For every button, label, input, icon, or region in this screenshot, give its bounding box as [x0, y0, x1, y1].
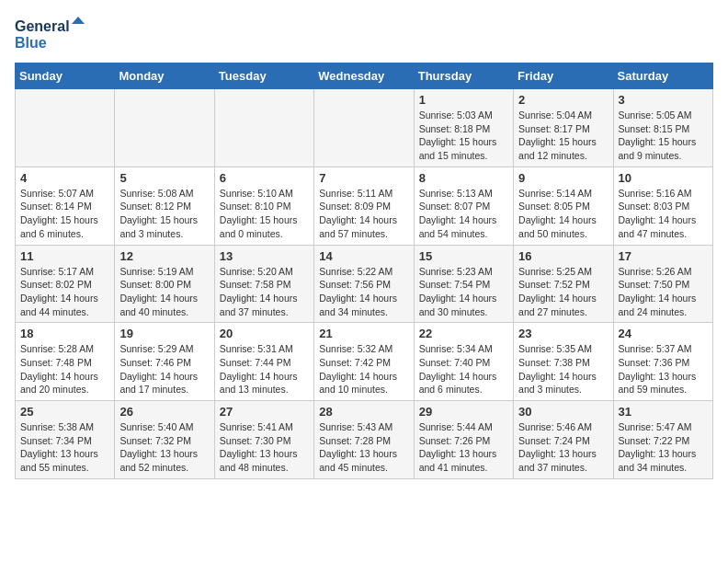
day-number: 12 [119, 249, 209, 263]
day-info: Sunrise: 5:28 AM Sunset: 7:48 PM Dayligh… [20, 342, 109, 396]
day-number: 3 [619, 93, 708, 107]
day-info: Sunrise: 5:34 AM Sunset: 7:40 PM Dayligh… [419, 342, 508, 396]
day-number: 20 [220, 327, 309, 340]
day-number: 10 [619, 171, 708, 185]
day-number: 6 [220, 171, 309, 185]
calendar-header-sunday: Sunday [16, 63, 115, 89]
calendar-header-thursday: Thursday [414, 63, 513, 89]
calendar-cell: 6Sunrise: 5:10 AM Sunset: 8:10 PM Daylig… [214, 167, 313, 245]
day-info: Sunrise: 5:17 AM Sunset: 8:02 PM Dayligh… [20, 265, 109, 319]
day-number: 5 [119, 171, 209, 185]
calendar-cell: 27Sunrise: 5:41 AM Sunset: 7:30 PM Dayli… [214, 401, 313, 479]
calendar-cell: 19Sunrise: 5:29 AM Sunset: 7:46 PM Dayli… [115, 323, 214, 401]
calendar-week-row: 25Sunrise: 5:38 AM Sunset: 7:34 PM Dayli… [16, 401, 713, 479]
calendar-cell: 16Sunrise: 5:25 AM Sunset: 7:52 PM Dayli… [514, 245, 613, 323]
day-number: 21 [319, 327, 408, 340]
day-number: 16 [518, 249, 608, 263]
logo: GeneralBlue [15, 15, 94, 52]
day-number: 27 [220, 405, 309, 419]
day-info: Sunrise: 5:19 AM Sunset: 8:00 PM Dayligh… [119, 265, 209, 319]
day-number: 30 [518, 405, 608, 419]
calendar-header-saturday: Saturday [613, 63, 712, 89]
day-number: 26 [119, 405, 209, 419]
svg-text:General: General [15, 18, 70, 34]
calendar-week-row: 4Sunrise: 5:07 AM Sunset: 8:14 PM Daylig… [16, 167, 713, 245]
day-number: 19 [119, 327, 209, 340]
day-info: Sunrise: 5:32 AM Sunset: 7:42 PM Dayligh… [319, 342, 408, 396]
calendar-table: SundayMondayTuesdayWednesdayThursdayFrid… [15, 63, 713, 479]
day-number: 24 [619, 327, 708, 340]
calendar-cell: 9Sunrise: 5:14 AM Sunset: 8:05 PM Daylig… [514, 167, 613, 245]
calendar-cell: 1Sunrise: 5:03 AM Sunset: 8:18 PM Daylig… [414, 89, 513, 167]
day-info: Sunrise: 5:08 AM Sunset: 8:12 PM Dayligh… [119, 187, 209, 241]
day-info: Sunrise: 5:41 AM Sunset: 7:30 PM Dayligh… [220, 420, 309, 475]
day-number: 22 [419, 327, 508, 340]
day-info: Sunrise: 5:16 AM Sunset: 8:03 PM Dayligh… [619, 187, 708, 241]
day-number: 18 [20, 327, 109, 340]
day-info: Sunrise: 5:14 AM Sunset: 8:05 PM Dayligh… [518, 187, 608, 241]
svg-marker-2 [72, 17, 85, 24]
day-number: 2 [518, 93, 608, 107]
calendar-cell: 2Sunrise: 5:04 AM Sunset: 8:17 PM Daylig… [514, 89, 613, 167]
calendar-cell: 23Sunrise: 5:35 AM Sunset: 7:38 PM Dayli… [514, 323, 613, 401]
day-info: Sunrise: 5:29 AM Sunset: 7:46 PM Dayligh… [119, 342, 209, 396]
day-info: Sunrise: 5:26 AM Sunset: 7:50 PM Dayligh… [619, 265, 708, 319]
calendar-header-friday: Friday [514, 63, 613, 89]
calendar-header-wednesday: Wednesday [314, 63, 414, 89]
day-info: Sunrise: 5:07 AM Sunset: 8:14 PM Dayligh… [20, 187, 109, 241]
day-number: 29 [419, 405, 508, 419]
calendar-cell: 17Sunrise: 5:26 AM Sunset: 7:50 PM Dayli… [613, 245, 712, 323]
day-number: 11 [20, 249, 109, 263]
page-header: GeneralBlue [15, 15, 713, 52]
calendar-cell: 5Sunrise: 5:08 AM Sunset: 8:12 PM Daylig… [115, 167, 214, 245]
calendar-header-monday: Monday [115, 63, 214, 89]
calendar-cell: 22Sunrise: 5:34 AM Sunset: 7:40 PM Dayli… [414, 323, 513, 401]
day-number: 25 [20, 405, 109, 419]
day-info: Sunrise: 5:04 AM Sunset: 8:17 PM Dayligh… [518, 109, 608, 163]
day-info: Sunrise: 5:22 AM Sunset: 7:56 PM Dayligh… [319, 265, 408, 319]
day-info: Sunrise: 5:47 AM Sunset: 7:22 PM Dayligh… [619, 420, 708, 475]
calendar-cell: 25Sunrise: 5:38 AM Sunset: 7:34 PM Dayli… [16, 401, 115, 479]
day-number: 15 [419, 249, 508, 263]
logo-icon: GeneralBlue [15, 15, 88, 52]
day-number: 31 [619, 405, 708, 419]
calendar-cell [16, 89, 115, 167]
calendar-cell: 20Sunrise: 5:31 AM Sunset: 7:44 PM Dayli… [214, 323, 313, 401]
day-info: Sunrise: 5:43 AM Sunset: 7:28 PM Dayligh… [319, 420, 408, 475]
day-info: Sunrise: 5:20 AM Sunset: 7:58 PM Dayligh… [220, 265, 309, 319]
calendar-cell: 3Sunrise: 5:05 AM Sunset: 8:15 PM Daylig… [613, 89, 712, 167]
day-info: Sunrise: 5:10 AM Sunset: 8:10 PM Dayligh… [220, 187, 309, 241]
calendar-header-tuesday: Tuesday [214, 63, 313, 89]
day-number: 14 [319, 249, 408, 263]
day-info: Sunrise: 5:13 AM Sunset: 8:07 PM Dayligh… [419, 187, 508, 241]
calendar-cell: 28Sunrise: 5:43 AM Sunset: 7:28 PM Dayli… [314, 401, 414, 479]
calendar-cell: 4Sunrise: 5:07 AM Sunset: 8:14 PM Daylig… [16, 167, 115, 245]
day-number: 28 [319, 405, 408, 419]
calendar-cell: 18Sunrise: 5:28 AM Sunset: 7:48 PM Dayli… [16, 323, 115, 401]
calendar-cell: 13Sunrise: 5:20 AM Sunset: 7:58 PM Dayli… [214, 245, 313, 323]
day-info: Sunrise: 5:37 AM Sunset: 7:36 PM Dayligh… [619, 342, 708, 396]
calendar-cell [314, 89, 414, 167]
calendar-week-row: 11Sunrise: 5:17 AM Sunset: 8:02 PM Dayli… [16, 245, 713, 323]
calendar-cell [115, 89, 214, 167]
day-number: 9 [518, 171, 608, 185]
day-number: 17 [619, 249, 708, 263]
day-info: Sunrise: 5:23 AM Sunset: 7:54 PM Dayligh… [419, 265, 508, 319]
day-number: 4 [20, 171, 109, 185]
day-info: Sunrise: 5:05 AM Sunset: 8:15 PM Dayligh… [619, 109, 708, 163]
day-info: Sunrise: 5:35 AM Sunset: 7:38 PM Dayligh… [518, 342, 608, 396]
day-number: 23 [518, 327, 608, 340]
calendar-cell: 12Sunrise: 5:19 AM Sunset: 8:00 PM Dayli… [115, 245, 214, 323]
calendar-cell [214, 89, 313, 167]
day-info: Sunrise: 5:25 AM Sunset: 7:52 PM Dayligh… [518, 265, 608, 319]
calendar-cell: 30Sunrise: 5:46 AM Sunset: 7:24 PM Dayli… [514, 401, 613, 479]
calendar-cell: 29Sunrise: 5:44 AM Sunset: 7:26 PM Dayli… [414, 401, 513, 479]
day-info: Sunrise: 5:03 AM Sunset: 8:18 PM Dayligh… [419, 109, 508, 163]
calendar-cell: 15Sunrise: 5:23 AM Sunset: 7:54 PM Dayli… [414, 245, 513, 323]
day-number: 7 [319, 171, 408, 185]
day-number: 8 [419, 171, 508, 185]
calendar-cell: 7Sunrise: 5:11 AM Sunset: 8:09 PM Daylig… [314, 167, 414, 245]
calendar-cell: 26Sunrise: 5:40 AM Sunset: 7:32 PM Dayli… [115, 401, 214, 479]
day-info: Sunrise: 5:44 AM Sunset: 7:26 PM Dayligh… [419, 420, 508, 475]
day-info: Sunrise: 5:11 AM Sunset: 8:09 PM Dayligh… [319, 187, 408, 241]
